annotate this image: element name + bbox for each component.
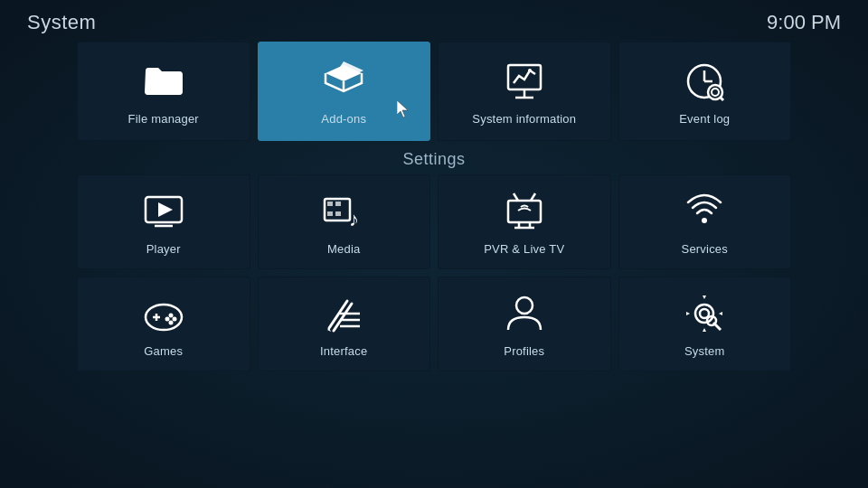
svg-point-6 <box>528 69 532 72</box>
tile-event-log-label: Event log <box>679 112 730 126</box>
profiles-icon <box>501 290 548 337</box>
svg-marker-14 <box>158 202 173 217</box>
pvr-icon <box>501 188 548 235</box>
system-icon <box>681 290 728 337</box>
tile-pvr[interactable]: PVR & Live TV <box>438 174 611 269</box>
svg-point-43 <box>695 305 713 323</box>
svg-text:♪: ♪ <box>349 208 359 230</box>
media-icon: ♪ <box>320 188 367 235</box>
tile-media-label: Media <box>327 242 360 256</box>
tile-player-label: Player <box>146 242 181 256</box>
tile-games[interactable]: Games <box>77 277 250 371</box>
tile-profiles-label: Profiles <box>504 344 544 358</box>
svg-point-28 <box>702 218 707 223</box>
tile-services[interactable]: Services <box>618 174 792 269</box>
svg-point-32 <box>168 314 173 318</box>
tile-services-label: Services <box>682 242 728 256</box>
svg-rect-20 <box>335 211 341 216</box>
services-icon <box>681 188 728 235</box>
svg-rect-22 <box>508 201 541 222</box>
player-icon <box>140 188 187 235</box>
tile-file-manager[interactable]: File manager <box>77 42 250 141</box>
settings-row-1: Player ♪ Media <box>0 174 868 269</box>
tile-file-manager-label: File manager <box>128 112 199 126</box>
tile-player[interactable]: Player <box>77 174 250 269</box>
clock: 9:00 PM <box>767 11 841 34</box>
svg-point-33 <box>172 317 176 322</box>
tile-add-ons-label: Add-ons <box>321 112 366 126</box>
folder-icon <box>140 58 187 105</box>
settings-row-2: Games Interface Prof <box>0 277 868 371</box>
tile-system-information-label: System information <box>472 112 576 126</box>
app-title: System <box>27 11 96 34</box>
svg-rect-17 <box>327 202 333 206</box>
svg-point-34 <box>165 317 169 322</box>
interface-icon <box>320 290 367 337</box>
system-information-icon <box>501 58 548 105</box>
svg-line-11 <box>720 97 723 100</box>
addons-icon <box>320 58 367 105</box>
tile-interface-label: Interface <box>320 344 367 358</box>
event-log-icon <box>681 58 728 105</box>
settings-section-label: Settings <box>0 141 868 174</box>
header: System 9:00 PM <box>0 0 868 42</box>
tile-media[interactable]: ♪ Media <box>258 174 431 269</box>
svg-point-35 <box>168 321 173 325</box>
svg-point-42 <box>516 297 533 314</box>
mouse-cursor <box>397 100 411 118</box>
tile-event-log[interactable]: Event log <box>618 42 792 141</box>
tile-pvr-label: PVR & Live TV <box>484 242 564 256</box>
svg-rect-3 <box>508 65 541 89</box>
tile-games-label: Games <box>144 344 183 358</box>
svg-rect-18 <box>335 202 341 206</box>
page: System 9:00 PM File manager Add-ons <box>0 0 868 488</box>
svg-rect-19 <box>327 211 333 216</box>
tile-system-label: System <box>684 344 725 358</box>
svg-point-44 <box>700 309 709 318</box>
svg-point-29 <box>146 305 182 330</box>
tile-interface[interactable]: Interface <box>258 277 431 371</box>
tile-system-information[interactable]: System information <box>438 42 611 141</box>
tile-system[interactable]: System <box>618 277 792 371</box>
games-icon <box>140 290 187 337</box>
tile-profiles[interactable]: Profiles <box>438 277 611 371</box>
top-row: File manager Add-ons <box>0 42 868 141</box>
tile-add-ons[interactable]: Add-ons <box>258 42 431 141</box>
